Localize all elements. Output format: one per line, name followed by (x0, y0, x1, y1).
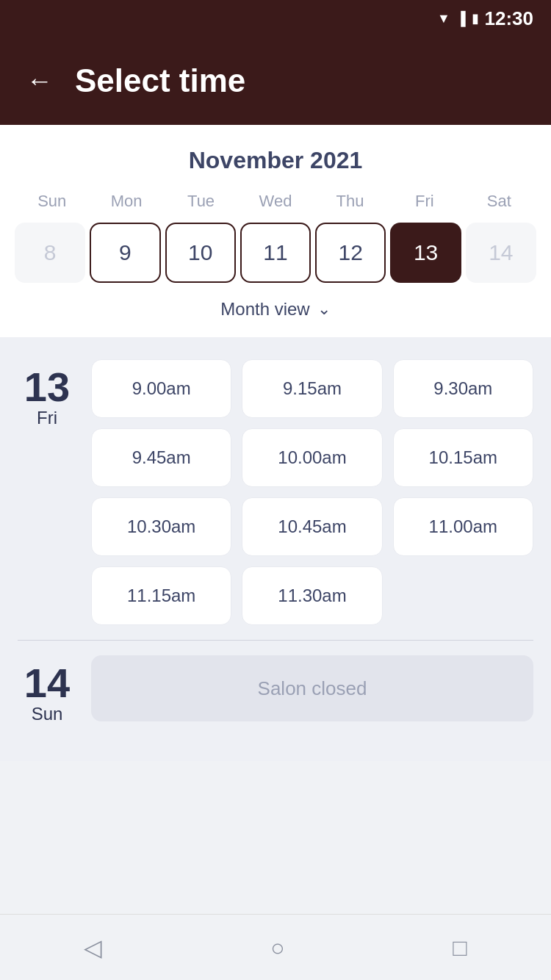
back-button[interactable]: ← (26, 68, 53, 94)
time-slot-1100am[interactable]: 11.00am (393, 497, 533, 556)
time-slots-13: 9.00am 9.15am 9.30am 9.45am 10.00am 10.1… (91, 359, 533, 625)
time-slot-1030am[interactable]: 10.30am (91, 497, 231, 556)
day-13-number: 13 (24, 367, 70, 408)
day-header-tue: Tue (164, 192, 238, 211)
bottom-nav: ◁ ○ □ (0, 914, 551, 980)
date-13[interactable]: 13 (390, 223, 461, 283)
date-14[interactable]: 14 (466, 223, 536, 283)
day-header-fri: Fri (387, 192, 461, 211)
day-13-col: 13 Fri (18, 359, 76, 625)
day-headers: Sun Mon Tue Wed Thu Fri Sat (15, 192, 536, 211)
day-header-sat: Sat (462, 192, 536, 211)
day-14-name: Sun (32, 704, 63, 724)
month-view-toggle[interactable]: Month view ⌄ (15, 286, 536, 330)
time-slot-1130am[interactable]: 11.30am (242, 566, 382, 625)
time-slot-1045am[interactable]: 10.45am (242, 497, 382, 556)
status-icons: ▼ ▐ ▮ 12:30 (437, 7, 533, 30)
date-10[interactable]: 10 (165, 223, 236, 283)
time-slot-900am[interactable]: 9.00am (91, 359, 231, 418)
back-nav-button[interactable]: ◁ (84, 936, 102, 959)
day-header-wed: Wed (238, 192, 312, 211)
day-header-thu: Thu (313, 192, 387, 211)
day-14-number: 14 (24, 663, 70, 704)
time-slot-1015am[interactable]: 10.15am (393, 428, 533, 487)
day-header-sun: Sun (15, 192, 89, 211)
time-slot-930am[interactable]: 9.30am (393, 359, 533, 418)
day-block-13: 13 Fri 9.00am 9.15am 9.30am 9.45am 10.00… (18, 359, 533, 625)
battery-icon: ▮ (472, 10, 479, 26)
calendar-section: November 2021 Sun Mon Tue Wed Thu Fri Sa… (0, 125, 551, 337)
day-13-name: Fri (37, 408, 57, 428)
date-11[interactable]: 11 (240, 223, 311, 283)
month-view-label: Month view (220, 299, 309, 320)
month-label: November 2021 (15, 147, 536, 174)
time-slot-1000am[interactable]: 10.00am (242, 428, 382, 487)
salon-closed-label: Salon closed (91, 655, 533, 721)
time-slot-945am[interactable]: 9.45am (91, 428, 231, 487)
date-9[interactable]: 9 (90, 223, 160, 283)
status-time: 12:30 (485, 7, 534, 30)
date-12[interactable]: 12 (315, 223, 386, 283)
date-row: 8 9 10 11 12 13 14 (15, 220, 536, 286)
day-14-col: 14 Sun (18, 655, 76, 724)
day-divider (18, 640, 533, 641)
wifi-icon: ▼ (437, 11, 450, 26)
recent-nav-button[interactable]: □ (453, 936, 467, 959)
app-header: ← Select time (0, 37, 551, 125)
time-slot-1115am[interactable]: 11.15am (91, 566, 231, 625)
home-nav-button[interactable]: ○ (270, 936, 284, 959)
signal-icon: ▐ (456, 11, 466, 26)
time-slot-915am[interactable]: 9.15am (242, 359, 382, 418)
day-block-14: 14 Sun Salon closed (18, 655, 533, 739)
chevron-down-icon: ⌄ (317, 300, 331, 319)
page-title: Select time (75, 62, 245, 99)
day-header-mon: Mon (89, 192, 163, 211)
status-bar: ▼ ▐ ▮ 12:30 (0, 0, 551, 37)
time-section: 13 Fri 9.00am 9.15am 9.30am 9.45am 10.00… (0, 337, 551, 761)
date-8[interactable]: 8 (15, 223, 85, 283)
